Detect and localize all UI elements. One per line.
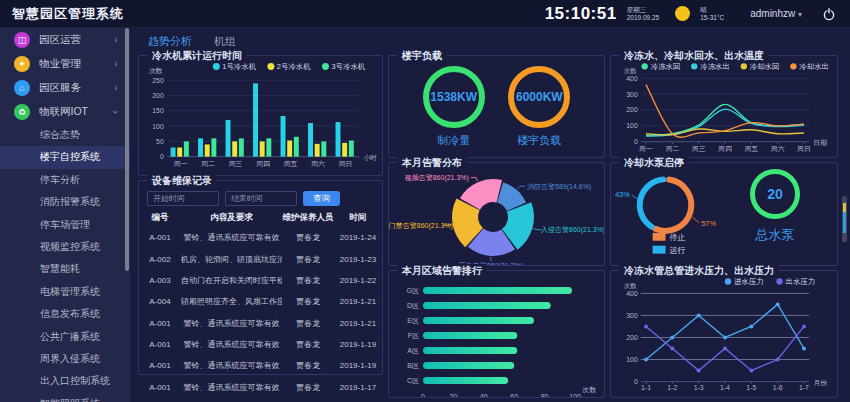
sidebar-item-信息发布系统[interactable]: 信息发布系统 (0, 303, 130, 325)
sidebar-item-楼宇自控系统[interactable]: 楼宇自控系统 (0, 146, 130, 168)
table-row: A-001警铃、通讯系统应可靠有效贾春龙2019-1-19 (139, 334, 382, 355)
sidebar-item-视频监控系统[interactable]: 视频监控系统 (0, 236, 130, 258)
svg-text:周一: 周一 (174, 160, 188, 167)
sidebar-group-3[interactable]: ⌂园区服务› (0, 76, 130, 100)
svg-text:周六: 周六 (771, 145, 785, 152)
sidebar-group-1[interactable]: ◫园区运营› (0, 28, 130, 52)
table-cell: 警铃、通讯系统应可靠有效 (181, 227, 282, 248)
svg-text:周二: 周二 (665, 145, 679, 152)
sidebar-item-停车场管理[interactable]: 停车场管理 (0, 214, 130, 236)
svg-text:冷却水出: 冷却水出 (799, 62, 829, 71)
user-menu[interactable]: adminhzw ▾ (750, 8, 802, 19)
chevron-down-icon: › (110, 110, 122, 114)
sidebar-item-智能照明系统[interactable]: 智能照明系统 (0, 393, 130, 402)
svg-text:0: 0 (160, 153, 164, 160)
svg-text:1-6: 1-6 (773, 385, 783, 392)
chevron-right-icon: › (114, 33, 118, 45)
table-row: A-001警铃、通讯系统应可靠有效贾春龙2019-1-21 (139, 313, 382, 334)
svg-text:1-2: 1-2 (667, 385, 677, 392)
sidebar-item-公共广播系统[interactable]: 公共广播系统 (0, 326, 130, 348)
svg-text:1-7: 1-7 (799, 385, 809, 392)
sidebar-item-智慧能耗[interactable]: 智慧能耗 (0, 258, 130, 280)
svg-text:停止: 停止 (669, 233, 685, 242)
table-cell: 2019-1-19 (334, 334, 382, 355)
sidebar-scrollbar[interactable] (125, 28, 129, 271)
gauge-label: 制冷量 (437, 133, 470, 148)
total-pumps-gauge: 20 总水泵 (729, 169, 821, 244)
table-header: 维护保养人员 (282, 208, 334, 227)
svg-text:250: 250 (152, 77, 164, 84)
svg-text:150: 150 (152, 107, 164, 114)
panel-title: 设备维保记录 (147, 174, 217, 188)
table-row: A-003自动门在开启和关闭时应平稳无震荡贾春龙2019-1-22 (139, 270, 382, 291)
svg-text:E区: E区 (407, 317, 419, 324)
gauge-label: 楼宇负载 (517, 133, 561, 148)
sidebar-item-消防报警系统[interactable]: 消防报警系统 (0, 191, 130, 213)
table-cell: 贾春龙 (282, 248, 334, 269)
table-header: 时间 (334, 208, 382, 227)
svg-text:300: 300 (626, 312, 638, 319)
svg-text:周二: 周二 (201, 160, 215, 167)
svg-text:1号冷水机: 1号冷水机 (222, 62, 256, 71)
table-row: A-001警铃、通讯系统应可靠有效贾春龙2019-1-24 (139, 227, 382, 248)
sidebar-item-出入口控制系统[interactable]: 出入口控制系统 (0, 370, 130, 392)
table-cell: 2019-1-17 (334, 377, 382, 398)
svg-text:100: 100 (626, 356, 638, 363)
svg-text:周三: 周三 (692, 145, 706, 152)
page-scrollbar[interactable] (842, 196, 847, 242)
table-cell: 2019-1-24 (334, 227, 382, 248)
weather-label: 晴 (700, 6, 724, 13)
table-cell: 2019-1-23 (334, 248, 382, 269)
svg-text:周日: 周日 (339, 160, 353, 168)
svg-text:冷冻水回: 冷冻水回 (651, 62, 681, 71)
panel-maintenance-records: 设备维保记录 查询 编号内容及要求维护保养人员时间 A-001警铃、通讯系统应可… (138, 180, 383, 375)
main-content: 趋势分析机组 冷水机累计运行时间 1号冷水机2号冷水机3号冷水机次数050100… (130, 28, 850, 402)
svg-text:运行: 运行 (669, 246, 685, 255)
sidebar-item-综合态势[interactable]: 综合态势 (0, 124, 130, 146)
start-time-input[interactable] (147, 191, 219, 206)
power-button[interactable] (822, 7, 836, 21)
svg-text:1-1: 1-1 (641, 385, 651, 392)
chevron-right-icon: › (114, 81, 118, 93)
svg-text:次数: 次数 (582, 386, 597, 394)
svg-text:冷冻水出: 冷冻水出 (700, 62, 730, 71)
table-cell: 贾春龙 (282, 291, 334, 312)
gauge-value: 1538KW (430, 90, 477, 104)
sidebar-item-周界入侵系统[interactable]: 周界入侵系统 (0, 348, 130, 370)
sidebar-group-label: 园区运营 (39, 33, 114, 47)
total-pumps-value: 20 (767, 186, 783, 202)
panel-chiller-runtime: 冷水机累计运行时间 1号冷水机2号冷水机3号冷水机次数0501001502002… (138, 55, 383, 176)
table-cell: A-001 (139, 227, 181, 248)
svg-text:3号冷水机: 3号冷水机 (331, 62, 365, 71)
sidebar-group-2[interactable]: ✦物业管理› (0, 52, 130, 76)
table-row: A-001警铃、通讯系统应可靠有效贾春龙2019-1-17 (139, 377, 382, 398)
svg-text:1-3: 1-3 (694, 385, 704, 392)
table-cell: A-002 (139, 248, 181, 269)
sidebar-item-电梯管理系统[interactable]: 电梯管理系统 (0, 281, 130, 303)
svg-text:周五: 周五 (284, 160, 298, 167)
svg-text:400: 400 (626, 290, 638, 297)
svg-text:消防告警589(14.6%): 消防告警589(14.6%) (527, 183, 591, 191)
sun-weather-icon (675, 6, 690, 21)
svg-text:300: 300 (626, 91, 638, 98)
table-cell: 警铃、通讯系统应可靠有效 (181, 334, 282, 355)
svg-text:57%: 57% (701, 219, 716, 228)
search-button[interactable]: 查询 (303, 191, 340, 206)
svg-text:0: 0 (634, 138, 638, 145)
svg-text:月份: 月份 (813, 379, 827, 387)
table-cell: 贾春龙 (282, 377, 334, 398)
chevron-right-icon: › (114, 57, 118, 69)
sidebar-item-停车分析[interactable]: 停车分析 (0, 169, 130, 191)
sidebar-group-label: 物业管理 (39, 57, 114, 71)
sidebar-group-4[interactable]: ♻物联网IOT› (0, 100, 130, 124)
svg-text:周六: 周六 (311, 160, 325, 167)
svg-text:视频告警860(21.3%): 视频告警860(21.3%) (405, 174, 469, 182)
svg-text:周日: 周日 (797, 145, 811, 153)
table-cell: 2019-1-22 (334, 270, 382, 291)
weather-block: 晴 15-31°C (700, 6, 724, 21)
table-cell: A-001 (139, 355, 181, 376)
table-row: A-001警铃、通讯系统应可靠有效贾春龙2019-1-19 (139, 355, 382, 376)
username: adminhzw (750, 8, 795, 19)
svg-text:1-5: 1-5 (746, 385, 756, 392)
end-time-input[interactable] (225, 191, 297, 206)
